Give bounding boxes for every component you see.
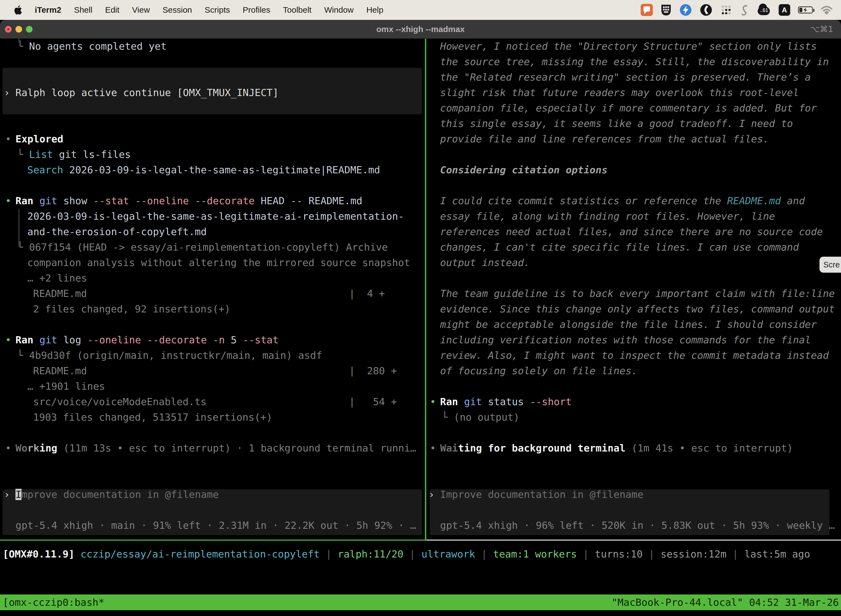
terminal-text-segment: •: [430, 442, 436, 454]
terminal-text-segment: show: [57, 195, 93, 207]
terminal-text-segment: └: [442, 412, 454, 423]
terminal-line: the source tree, missing the essay. Stil…: [440, 54, 829, 70]
terminal-text-segment: slight risk that future readers may over…: [440, 87, 799, 98]
menu-bar: iTerm2 Shell Edit View Session Scripts P…: [0, 0, 841, 20]
tmux-session-label: [omx-cczip0:bash*: [0, 594, 104, 610]
terminal-text-segment: Wo: [15, 442, 27, 454]
apple-menu-icon[interactable]: [14, 3, 22, 16]
terminal-content[interactable]: └ No agents completed yet›Ralph loop act…: [0, 39, 841, 540]
screen-share-overlay[interactable]: Scre: [819, 257, 841, 273]
terminal-text-segment: |: [643, 549, 661, 560]
omx-status-line: [OMX#0.11.9] cczip/essay/ai-reimplementa…: [3, 546, 810, 562]
tmux-pane-divider[interactable]: [425, 39, 426, 540]
terminal-line: … +1901 lines: [27, 378, 105, 394]
keyboard-shield-icon[interactable]: [661, 3, 672, 16]
menu-item-scripts[interactable]: Scripts: [205, 5, 230, 15]
terminal-line: README.md: [33, 286, 87, 301]
terminal-text-segment: └: [17, 350, 29, 361]
menu-item-view[interactable]: View: [132, 5, 150, 15]
terminal-text-segment: README.md: [727, 195, 781, 207]
terminal-line: Ran git show --stat --oneline --decorate…: [15, 193, 362, 209]
countdown-badge-icon[interactable]: ..61: [757, 4, 771, 16]
terminal-text-segment: Ran: [15, 195, 34, 207]
terminal-line: companion file, especially if more comme…: [440, 100, 817, 116]
terminal-line: | 4 +: [349, 286, 385, 301]
terminal-line: Ran git log --oneline --decorate -n 5 --…: [15, 332, 279, 348]
window-shortcut-badge: ⌥⌘1: [810, 20, 833, 39]
dots-grid-icon[interactable]: [720, 3, 732, 16]
terminal-text-segment: [75, 549, 81, 560]
menu-item-window[interactable]: Window: [324, 5, 354, 15]
terminal-text-segment: [OMX#0.11.9]: [3, 549, 75, 560]
window-title: omx --xhigh --madmax: [0, 20, 841, 39]
terminal-text-segment: mprove documentation in @filename: [22, 489, 219, 500]
terminal-line: the "Related research writing" section i…: [440, 70, 811, 85]
active-pane-border: [0, 540, 426, 541]
menu-item-shell[interactable]: Shell: [74, 5, 92, 15]
terminal-text-segment: src/voice/voiceModeEnabled.ts: [33, 396, 207, 407]
terminal-text-segment: ›: [4, 87, 10, 98]
terminal-text-segment: Wai: [440, 442, 458, 454]
menu-bar-status-area: ..61 A: [641, 3, 841, 16]
terminal-text-segment: ing: [40, 442, 57, 454]
a-square-label: A: [782, 6, 787, 14]
terminal-line: essay file, along with finding root file…: [440, 209, 775, 224]
terminal-line: └ List git ls-files: [17, 147, 131, 162]
terminal-text-segment: •: [5, 195, 11, 207]
menu-item-edit[interactable]: Edit: [105, 5, 119, 15]
menu-item-session[interactable]: Session: [163, 5, 192, 15]
terminal-text-segment: |: [577, 549, 595, 560]
window-titlebar[interactable]: omx --xhigh --madmax ⌥⌘1: [0, 20, 841, 39]
terminal-line: Improve documentation in @filename: [15, 487, 219, 502]
terminal-text-segment: and: [781, 195, 805, 207]
terminal-line: evidence. Since this change only affects…: [440, 301, 835, 317]
terminal-text-segment: git: [464, 396, 482, 407]
terminal-text-segment: •: [5, 133, 11, 145]
terminal-text-segment: HEAD: [255, 195, 290, 207]
terminal-text-segment: └: [17, 41, 29, 52]
terminal-line: Improve documentation in @filename: [440, 487, 643, 502]
menu-item-help[interactable]: Help: [366, 5, 384, 15]
terminal-line: gpt-5.4 xhigh · 96% left · 520K in · 5.8…: [440, 518, 835, 533]
menu-item-profiles[interactable]: Profiles: [243, 5, 270, 15]
terminal-text-segment: I: [15, 489, 22, 500]
terminal-text-segment: Explored: [15, 133, 63, 145]
terminal-text-segment: 067f154 (HEAD -> essay/ai-reimplementati…: [29, 242, 388, 253]
inactive-pane-border: [426, 540, 841, 541]
terminal-text-segment: I could cite commit statistics or refere…: [440, 195, 727, 207]
terminal-text-segment: team:1 workers: [493, 549, 577, 560]
terminal-text-segment: Search: [27, 164, 63, 176]
terminal-line: gpt-5.4 xhigh · main · 91% left · 2.31M …: [15, 518, 416, 533]
terminal-text-segment: |: [475, 549, 493, 560]
battery-icon[interactable]: [798, 3, 813, 16]
terminal-line: | 280 +: [349, 363, 397, 378]
screen-share-overlay-label: Scre: [823, 260, 840, 269]
dark-crescent-icon[interactable]: [700, 3, 712, 16]
terminal-text-segment: git: [40, 195, 57, 207]
terminal-text-segment: provide file and line references from th…: [440, 133, 769, 145]
wifi-icon[interactable]: [820, 3, 833, 16]
terminal-line: changes, I can't cite specific file line…: [440, 239, 799, 255]
terminal-text-segment: … +1901 lines: [27, 381, 105, 392]
terminal-line: └ 067f154 (HEAD -> essay/ai-reimplementa…: [17, 239, 388, 255]
menu-item-iterm2[interactable]: iTerm2: [35, 5, 61, 15]
terminal-text-segment: changes, I can't cite specific file line…: [440, 242, 799, 253]
terminal-line: •: [5, 440, 11, 456]
terminal-text-segment: └: [17, 149, 29, 160]
terminal-text-segment: companion analysis without altering the …: [27, 257, 410, 268]
terminal-text-segment: README.md: [33, 365, 87, 377]
snake-hook-icon[interactable]: [740, 3, 749, 16]
terminal-line: Waiting for background terminal (1m 41s …: [440, 440, 793, 456]
terminal-text-segment: session:12m: [661, 549, 726, 560]
menu-item-toolbelt[interactable]: Toolbelt: [283, 5, 312, 15]
screenshare-chat-icon[interactable]: [641, 3, 653, 16]
a-square-icon[interactable]: A: [779, 4, 790, 16]
terminal-line: Ran git status --short: [440, 394, 572, 409]
terminal-text-segment: ›: [428, 489, 435, 500]
terminal-text-segment: last:5m ago: [744, 549, 810, 560]
menu-bar-left: iTerm2 Shell Edit View Session Scripts P…: [0, 3, 383, 16]
terminal-text-segment: --stat --oneline --decorate: [93, 195, 255, 207]
terminal-line: 1903 files changed, 513517 insertions(+): [33, 409, 273, 425]
terminal-text-segment: •: [5, 442, 11, 454]
blue-bolt-badge-icon[interactable]: [679, 3, 692, 16]
